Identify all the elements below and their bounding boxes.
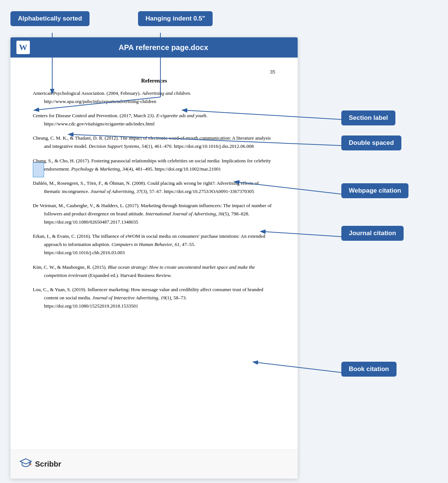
ref-entry-cdc2017: Centers for Disease Control and Preventi… xyxy=(33,112,275,128)
ref-entry-apa2004: American Psychological Association. (200… xyxy=(33,89,275,106)
badge-double: Double spaced xyxy=(341,135,401,150)
badge-hanging: Hanging indent 0.5" xyxy=(138,11,213,26)
svg-point-0 xyxy=(30,464,31,465)
badge-book: Book citation xyxy=(341,362,397,377)
document-page: 35 References American Psychological Ass… xyxy=(10,57,298,449)
ref-entry-deveirman2017: De Veirman, M., Cauberghe, V., & Hudders… xyxy=(33,202,275,226)
ref-entry-dahlen2008: Dahlén, M., Rosengren, S., Törn, F., & Ö… xyxy=(33,179,275,196)
ref-entry-erkan2016: Erkan, I., & Evans, C. (2016). The influ… xyxy=(33,232,275,257)
word-icon-letter: W xyxy=(19,43,27,52)
word-window: W APA reference page.docx 35 References … xyxy=(10,37,298,479)
scribbr-icon xyxy=(19,456,32,472)
indent-highlight xyxy=(33,162,44,177)
badge-alphabetically: Alphabetically sorted xyxy=(10,11,90,26)
scribbr-name: Scribbr xyxy=(35,460,61,468)
badge-webpage: Webpage citation xyxy=(341,183,408,198)
references-heading: References xyxy=(33,78,275,84)
ref-entry-lou2019: Lou, C., & Yuan, S. (2019). Influencer m… xyxy=(33,286,275,310)
word-title: APA reference page.docx xyxy=(35,43,292,52)
main-container: Alphabetically sorted Hanging indent 0.5… xyxy=(0,0,448,483)
badge-section: Section label xyxy=(341,110,395,125)
scribbr-logo: Scribbr xyxy=(19,456,61,472)
page-number: 35 xyxy=(33,69,275,75)
badge-journal: Journal citation xyxy=(341,226,404,241)
ref-entry-chung2017: Chung, S., & Cho, H. (2017). Fostering p… xyxy=(33,157,275,173)
word-titlebar: W APA reference page.docx xyxy=(10,37,298,57)
ref-entry-kim2015: Kim, C. W., & Mauborgne, R. (2015). Blue… xyxy=(33,263,275,280)
ref-entry-cheung2012: Cheung, C. M. K., & Thadani, D. R. (2012… xyxy=(33,134,275,150)
word-icon: W xyxy=(16,41,30,54)
scribbr-footer: Scribbr xyxy=(10,449,298,479)
